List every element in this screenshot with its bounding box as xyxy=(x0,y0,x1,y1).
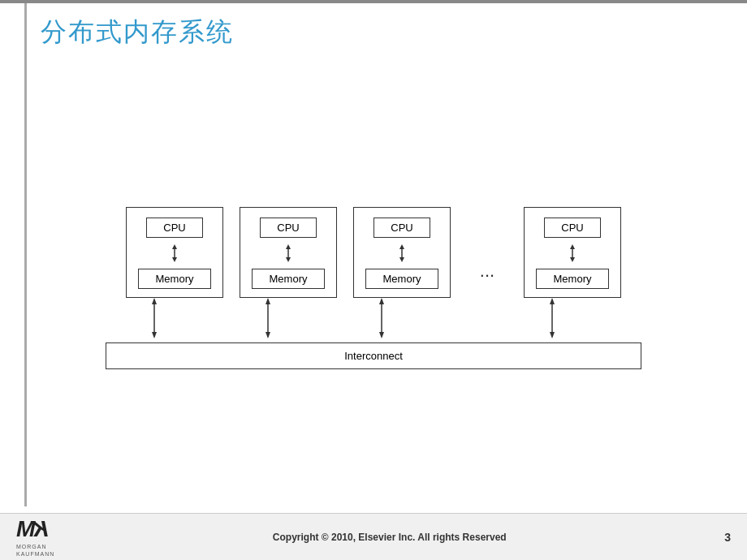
down-arrow-container-2 xyxy=(219,298,317,338)
svg-marker-4 xyxy=(286,244,291,249)
down-arrow-container-4 xyxy=(503,298,601,338)
footer-copyright: Copyright © 2010, Elsevier Inc. All righ… xyxy=(273,532,507,543)
double-arrow-2 xyxy=(283,244,294,262)
svg-marker-13 xyxy=(152,298,157,304)
left-accent-bar xyxy=(24,3,27,506)
down-double-arrow-1 xyxy=(149,298,160,338)
footer: MK MORGANKAUFMANN Copyright © 2010, Else… xyxy=(0,513,747,560)
memory-label-4: Memory xyxy=(536,269,609,289)
node-box-4: CPU Memory xyxy=(524,207,621,298)
svg-marker-1 xyxy=(172,244,177,249)
node-box-2: CPU Memory xyxy=(240,207,337,298)
svg-marker-22 xyxy=(550,298,555,304)
ellipsis: ... xyxy=(467,261,507,298)
memory-label-2: Memory xyxy=(252,269,325,289)
top-accent-bar xyxy=(0,0,747,3)
double-arrow-4 xyxy=(567,244,578,262)
svg-marker-17 xyxy=(266,332,270,338)
svg-marker-8 xyxy=(399,257,404,262)
svg-marker-7 xyxy=(399,244,404,249)
svg-marker-10 xyxy=(570,244,575,249)
svg-marker-20 xyxy=(379,332,384,338)
svg-marker-19 xyxy=(379,298,384,304)
down-arrow-container-3 xyxy=(333,298,430,338)
diagram-container: CPU Memory CPU Memory xyxy=(106,207,641,369)
footer-page-number: 3 xyxy=(724,531,731,544)
down-double-arrow-2 xyxy=(262,298,274,338)
double-arrow-1 xyxy=(169,244,180,262)
node-box-1: CPU Memory xyxy=(126,207,223,298)
cpu-label-4: CPU xyxy=(544,218,601,238)
memory-label-3: Memory xyxy=(365,269,438,289)
memory-label-1: Memory xyxy=(138,269,211,289)
diagram-area: CPU Memory CPU Memory xyxy=(41,81,706,495)
node-box-3: CPU Memory xyxy=(353,207,451,298)
down-arrow-container-1 xyxy=(106,298,203,338)
footer-logo: MK MORGANKAUFMANN xyxy=(16,516,54,558)
down-double-arrow-3 xyxy=(376,298,387,338)
cpu-label-3: CPU xyxy=(374,218,430,238)
cpu-label-2: CPU xyxy=(260,218,317,238)
logo-subtitle: MORGANKAUFMANN xyxy=(16,544,54,558)
nodes-row: CPU Memory CPU Memory xyxy=(126,207,621,298)
svg-marker-14 xyxy=(152,332,157,338)
down-double-arrow-4 xyxy=(546,298,558,338)
cpu-label-1: CPU xyxy=(146,218,203,238)
svg-marker-2 xyxy=(172,257,177,262)
double-arrow-3 xyxy=(396,244,408,262)
svg-marker-16 xyxy=(266,298,270,304)
interconnect-bar: Interconnect xyxy=(106,342,641,369)
page-title: 分布式内存系统 xyxy=(41,15,715,50)
title-area: 分布式内存系统 xyxy=(41,15,715,50)
svg-marker-23 xyxy=(550,332,555,338)
svg-marker-5 xyxy=(286,257,291,262)
svg-marker-11 xyxy=(570,257,575,262)
arrows-row xyxy=(106,298,641,342)
logo-mk: MK xyxy=(16,516,54,542)
